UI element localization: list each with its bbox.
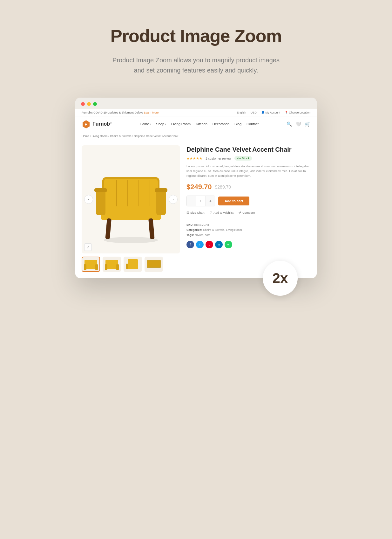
chair-illustration [90,152,172,247]
location-link[interactable]: 📍 Choose Location [285,111,310,114]
svg-rect-19 [116,264,119,270]
sku-row: SKU: BE4SVGRT [186,222,310,227]
product-meta: ★★★★★ 1 customer review • In Stock [186,156,310,161]
svg-rect-2 [101,204,161,220]
page-title: Product Image Zoom [111,25,282,46]
qty-decrease-button[interactable]: − [187,196,196,206]
qty-increase-button[interactable]: + [206,196,215,206]
svg-rect-11 [105,218,112,239]
nav-shop[interactable]: Shop ▾ [156,122,166,126]
tags-row: Tags: envato, sofa [186,232,310,238]
nav-living-room[interactable]: Living Room [171,122,191,126]
wishlist-link[interactable]: ♡ Add to Wishlist [209,211,233,214]
nav-icons: 🔍 🤍 🛒 [287,121,310,127]
nav-contact[interactable]: Contact [247,122,259,126]
expand-image-button[interactable]: ⤢ [84,243,92,251]
thumbnail-list [82,257,180,272]
product-info: Delphine Cane Velvet Accent Chair ★★★★★ … [186,145,310,272]
svg-rect-4 [156,190,166,215]
pinterest-share-button[interactable]: p [206,241,213,248]
thumbnail-1[interactable] [82,257,100,272]
account-link[interactable]: 👤 My Account [261,111,280,114]
qty-input[interactable] [196,196,206,206]
zoom-text: 2x [273,270,288,286]
wishlist-icon[interactable]: 🤍 [296,121,301,127]
linkedin-share-button[interactable]: in [215,241,223,248]
svg-rect-16 [95,264,98,270]
svg-rect-5 [94,188,107,192]
thumbnail-2[interactable] [103,257,121,272]
breadcrumb-current: Delphine Cane Velvet Accent Chair [134,135,178,138]
top-bar: Furnob's COVID-19 Updates & Shipment Del… [75,109,317,116]
next-image-button[interactable]: › [169,195,178,204]
breadcrumb-living-room[interactable]: Living Room [92,135,108,138]
browser-dot-green [93,102,97,106]
current-price: $249.70 [186,183,212,191]
in-stock-badge: • In Stock [234,156,252,161]
old-price: $289.70 [215,184,231,190]
review-count: 1 customer review [206,157,231,160]
nav-decoration[interactable]: Decoration [213,122,229,126]
topbar-notice: Furnob's COVID-19 Updates & Shipment Del… [82,111,159,114]
svg-rect-12 [148,218,155,239]
browser-chrome [75,98,317,109]
main-product-image[interactable]: ‹ › ⤢ [82,145,180,253]
compare-link[interactable]: ⇄ Compare [239,211,255,214]
svg-rect-18 [105,264,107,270]
categories-row: Categories: Chairs & Swivels, Living Roo… [186,227,310,232]
star-rating: ★★★★★ [186,156,202,161]
add-to-cart-button[interactable]: Add to cart [218,197,249,205]
product-area: ‹ › ⤢ [75,140,317,278]
nav-blog[interactable]: Blog [234,122,241,126]
browser-dot-red [81,102,85,106]
svg-rect-3 [96,190,105,215]
zoom-badge-container: 2x [263,261,298,296]
svg-rect-21 [126,264,128,269]
size-chart-link[interactable]: ⊡ Size Chart [186,211,204,214]
currency-selector[interactable]: USD [251,111,257,114]
cart-icon[interactable]: 🛒 [305,121,310,127]
language-selector[interactable]: English [237,111,246,114]
social-links: f t p in w [186,241,310,248]
thumbnail-4[interactable] [145,257,163,272]
logo-text: Furnob® [92,121,112,127]
product-description: Lorem ipsum dolor sit amet, feugiat deli… [186,164,310,178]
breadcrumb-chairs[interactable]: Chairs & Swivels [110,135,132,138]
logo[interactable]: Furnob® [82,120,112,128]
browser-dot-yellow [87,102,91,106]
product-title: Delphine Cane Velvet Accent Chair [186,145,310,154]
product-details: SKU: BE4SVGRT Categories: Chairs & Swive… [186,219,310,238]
prev-image-button[interactable]: ‹ [84,195,93,204]
logo-icon [82,120,91,128]
search-icon[interactable]: 🔍 [287,121,292,127]
facebook-share-button[interactable]: f [186,241,194,248]
page-subtitle: Product Image Zoom allows you to magnify… [107,55,285,75]
browser-frame: Furnob's COVID-19 Updates & Shipment Del… [75,98,317,278]
product-images: ‹ › ⤢ [82,145,180,272]
breadcrumb: Home / Living Room / Chairs & Swivels / … [75,132,317,140]
learn-more-link[interactable]: Learn More [144,111,159,114]
svg-point-13 [104,237,158,243]
twitter-share-button[interactable]: t [196,241,204,248]
svg-rect-20 [128,259,138,269]
nav-kitchen[interactable]: Kitchen [196,122,207,126]
zoom-badge: 2x [263,261,298,296]
qty-cart-row: − + Add to cart [186,196,310,206]
product-price: $249.70 $289.70 [186,183,310,191]
product-actions: ⊡ Size Chart ♡ Add to Wishlist ⇄ Compare [186,211,310,214]
svg-rect-23 [147,260,160,267]
breadcrumb-home[interactable]: Home [82,135,89,138]
nav-home[interactable]: Home ▾ [140,122,151,126]
svg-rect-15 [84,264,86,270]
topbar-right: English USD 👤 My Account 📍 Choose Locati… [237,111,310,114]
nav-links: Home ▾ Shop ▾ Living Room Kitchen Decora… [140,122,259,126]
whatsapp-share-button[interactable]: w [225,241,232,248]
thumbnail-3[interactable] [124,257,142,272]
quantity-control: − + [186,196,215,206]
nav-bar: Furnob® Home ▾ Shop ▾ Living Room Kitche… [75,116,317,132]
svg-rect-6 [155,188,167,192]
